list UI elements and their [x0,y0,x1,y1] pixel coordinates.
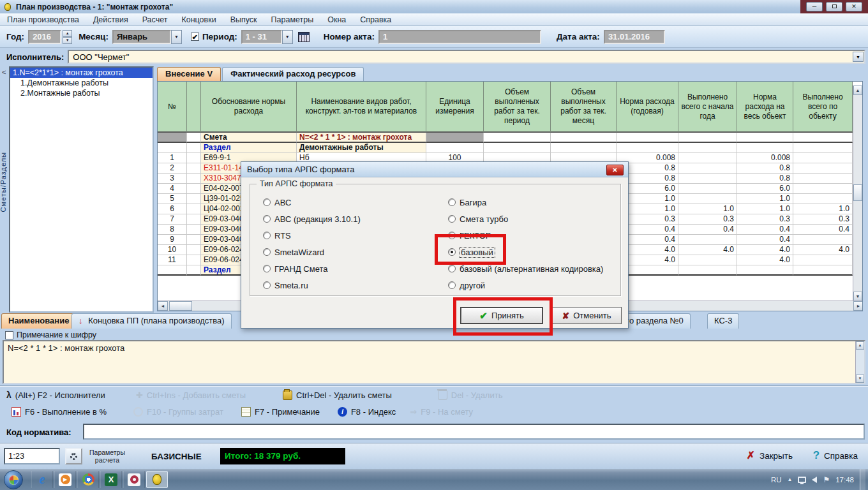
cell-num[interactable]: 8 [158,225,187,235]
cancel-button[interactable]: ✘ Отменить [551,307,622,324]
column-header[interactable]: Наименование видов работ, конструкт. эл-… [297,82,426,133]
main-tab[interactable]: Фактический расход ресурсов [222,67,364,81]
period-select[interactable]: 1 - 31 ▼ [241,30,293,44]
menu-item[interactable]: Выпуск [223,15,264,24]
shortcut-enabled[interactable]: λ(Alt+) F2 - Исполнители [6,390,105,400]
close-button[interactable]: ✕ [846,2,862,11]
cell-norm_obj[interactable]: 4.0 [737,255,793,265]
menu-item[interactable]: Параметры [264,15,321,24]
action-center-icon[interactable]: ⚑ [823,475,830,484]
cell-norm_year[interactable] [617,143,678,153]
month-dropdown-icon[interactable]: ▼ [171,30,182,44]
cell-vol_month[interactable] [551,143,617,153]
calendar-icon[interactable] [298,32,310,42]
cell-num[interactable]: 1 [158,153,187,163]
cell-norm_obj[interactable]: 0.4 [737,225,793,235]
cell-done_year[interactable] [678,163,737,174]
radio-option[interactable]: Багира [448,198,603,207]
menu-item[interactable]: Концовки [174,15,223,24]
tray-expand-icon[interactable]: ▲ [788,477,793,482]
cell-done_year[interactable] [678,184,737,194]
close-app-button[interactable]: ✗ Закрыть [747,450,793,461]
start-button[interactable] [4,470,23,489]
cell-done_obj[interactable] [793,265,853,276]
cell-sel[interactable] [187,174,201,184]
cell-sel[interactable] [187,143,201,153]
cell-num[interactable]: 7 [158,214,187,225]
cell-norm_obj[interactable]: 0.8 [737,163,793,174]
radio-option[interactable]: АВС [263,198,361,207]
cell-sel[interactable] [187,184,201,194]
cell-sel[interactable] [187,255,201,265]
cell-sel[interactable] [187,204,201,214]
cell-done_year[interactable] [678,143,737,153]
tree-item[interactable]: 1.Демонтажные работы [10,78,153,88]
cell-done_obj[interactable] [793,163,853,174]
cell-unit[interactable] [426,143,484,153]
cell-norm_obj[interactable]: 0.8 [737,174,793,184]
cell-done_year[interactable] [678,174,737,184]
column-header[interactable]: Объем выполненых работ за тек. период [484,82,551,133]
column-header[interactable]: Единица измерения [426,82,484,133]
cell-done_year[interactable] [678,153,737,163]
cell-done_year[interactable]: 4.0 [678,245,737,255]
radio-option[interactable]: базовый (альтернативная кодировка) [448,264,603,273]
cell-done_obj[interactable] [793,174,853,184]
cell-done_obj[interactable]: 0.4 [793,225,853,235]
hscroll-thumb[interactable] [169,301,192,311]
cell-norm_year[interactable] [617,133,678,143]
cell-sel[interactable] [187,214,201,225]
scroll-left-icon[interactable]: ◄ [158,301,168,311]
cell-sel[interactable] [187,265,201,276]
cell-done_obj[interactable]: 0.3 [793,214,853,225]
column-header[interactable]: Обоснование нормы расхода [201,82,297,133]
tree-item[interactable]: 2.Монтажные работы [10,88,153,98]
scroll-down-icon[interactable]: ▼ [853,292,862,301]
taskbar-app-icon-active[interactable] [146,471,168,488]
menu-item[interactable]: Окна [320,15,353,24]
cell-code[interactable]: Смета [201,133,297,143]
column-header[interactable]: Норма расхода (годовая) [617,82,678,133]
cell-done_obj[interactable] [793,153,853,163]
cell-done_obj[interactable] [793,255,853,265]
cell-num[interactable]: 4 [158,184,187,194]
radio-option[interactable]: SmetaWizard [263,248,361,256]
cell-norm_obj[interactable]: 4.0 [737,245,793,255]
cell-num[interactable]: 5 [158,194,187,204]
taskbar-chrome-icon[interactable] [77,471,99,488]
cell-code[interactable]: Раздел [201,143,297,153]
cell-num[interactable]: 3 [158,174,187,184]
vscroll-thumb[interactable] [853,184,862,201]
cell-done_year[interactable]: 0.4 [678,225,737,235]
cell-num[interactable]: 2 [158,163,187,174]
radio-option[interactable]: Smeta.ru [263,281,361,290]
dialog-close-button[interactable]: ✕ [606,165,624,175]
shortcut-enabled[interactable]: F7 - Примечание [241,407,320,417]
main-tab[interactable]: Внесение V [157,67,221,81]
table-row[interactable]: СметаN=<2 * 1 * 1> : монтаж грохота [158,133,862,143]
cell-num[interactable]: 11 [158,255,187,265]
cell-done_year[interactable] [678,133,737,143]
scroll-up-icon[interactable]: ▲ [856,341,864,350]
cell-done_obj[interactable] [793,184,853,194]
cell-norm_obj[interactable]: 0.008 [737,153,793,163]
month-select[interactable]: Январь ▼ [112,30,182,44]
act-no-input[interactable]: 1 [378,30,541,44]
scroll-right-icon[interactable]: ► [853,301,863,311]
cell-sel[interactable] [187,153,201,163]
cell-norm_obj[interactable]: 1.0 [737,194,793,204]
column-header[interactable]: № [158,82,187,133]
shortcut-enabled[interactable]: iF8 - Индекс [338,407,396,417]
cell-sel[interactable] [187,235,201,245]
cell-done_obj[interactable] [793,194,853,204]
cell-vol_period[interactable] [484,133,551,143]
cell-done_year[interactable]: 1.0 [678,204,737,214]
volume-icon[interactable] [812,477,817,483]
kod-input[interactable] [83,424,865,440]
shortcut-enabled[interactable]: Ctrl+Del - Удалить сметы [283,390,392,400]
cell-num[interactable] [158,143,187,153]
shortcut-enabled[interactable]: F6 - Выполнение в % [11,407,107,417]
column-header[interactable] [187,82,201,133]
network-icon[interactable] [798,477,806,483]
scroll-up-icon[interactable]: ▲ [853,85,862,95]
